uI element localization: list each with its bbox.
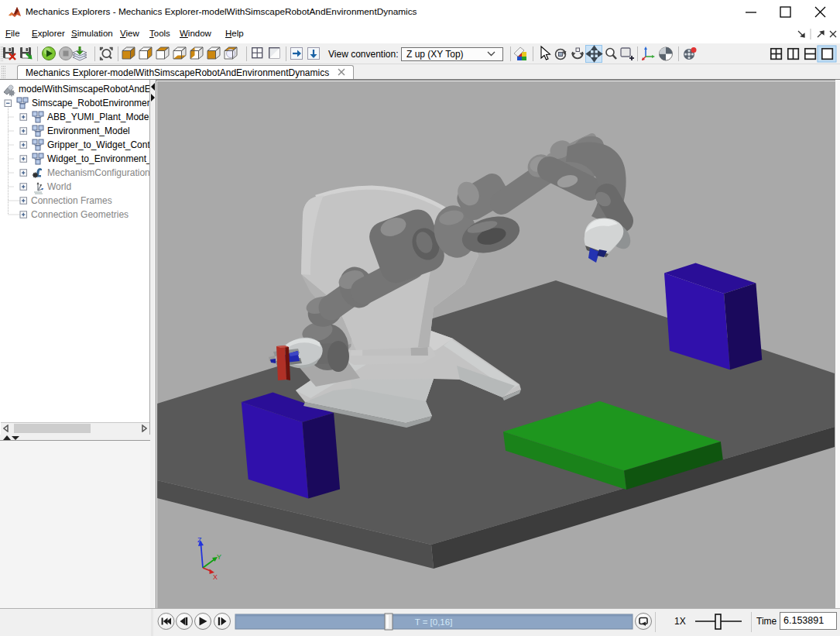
svg-text:Z: Z	[197, 536, 202, 544]
svg-text:T = [0,16]: T = [0,16]	[415, 617, 453, 627]
svg-text:X: X	[213, 573, 218, 581]
svg-text:Y: Y	[217, 553, 221, 561]
svg-text:Z up (XY Top): Z up (XY Top)	[406, 49, 464, 60]
svg-text:View convention:: View convention:	[328, 49, 399, 60]
